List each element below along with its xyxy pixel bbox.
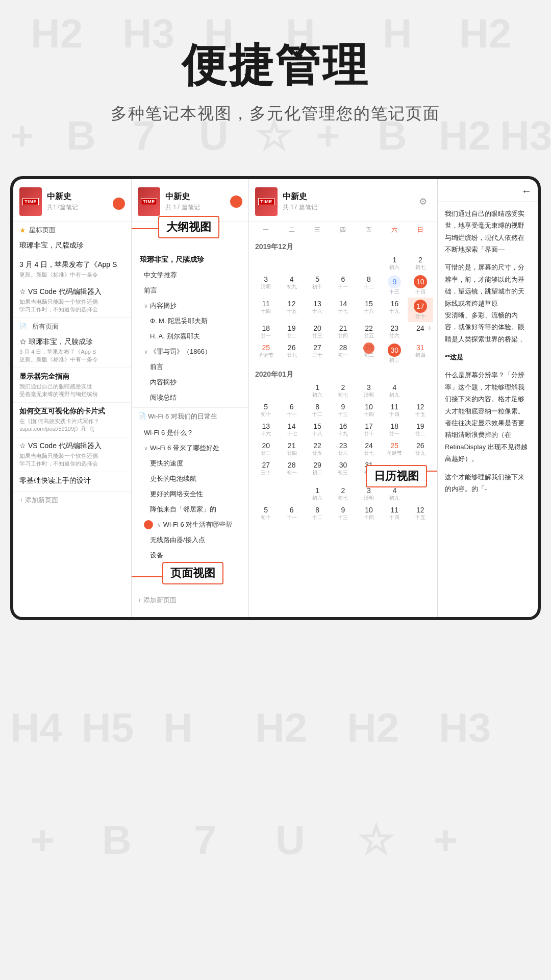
next-cell-1[interactable]: 1初六 — [305, 484, 330, 504]
cal-cell-dec26[interactable]: 26廿九 — [279, 341, 304, 366]
cal-cell-dec23[interactable]: 23廿六 — [382, 322, 407, 341]
cal-cell-dec21[interactable]: 21廿四 — [330, 322, 356, 341]
jan-cell-6[interactable]: 6十一 — [279, 401, 304, 420]
next-cell-11[interactable]: 11十四 — [382, 504, 407, 523]
jan-cell-23[interactable]: 23廿六 — [330, 439, 356, 459]
jan-cell-28[interactable]: 28初一 — [279, 459, 304, 478]
jan-cell-26[interactable]: 26廿九 — [408, 439, 433, 459]
jan-cell-25[interactable]: 25圣诞节 — [382, 439, 407, 459]
add-page-btn-outline[interactable]: + 添加新页面 — [132, 592, 248, 609]
outline-item-wifi8[interactable]: 无线路由器/接入点 — [132, 532, 248, 548]
cal-cell-dec25[interactable]: 25圣诞节 — [253, 341, 279, 366]
jan-cell-30[interactable]: 30初三 — [330, 459, 356, 478]
outline-item-0[interactable]: 琅琊非宝，尺牍成珍 — [132, 252, 248, 267]
jan-cell-21[interactable]: 21廿四 — [279, 439, 304, 459]
outline-item-1[interactable]: 中文学推荐 — [132, 267, 248, 283]
jan-cell-3[interactable]: 3清明 — [356, 381, 382, 401]
jan-cell-17[interactable]: 17廿十 — [356, 420, 382, 439]
outline-item-8[interactable]: 内容摘抄 — [132, 375, 248, 390]
next-cell-6[interactable]: 6十一 — [279, 504, 304, 523]
outline-item-2[interactable]: 前言 — [132, 283, 248, 298]
cal-cell-dec28[interactable]: 28初一 — [330, 341, 356, 366]
next-cell-12[interactable]: 12十五 — [408, 504, 433, 523]
jan-cell-1[interactable]: 1初六 — [305, 381, 330, 401]
cal-cell-dec29[interactable]: 29初二 — [356, 341, 382, 366]
jan-cell-16[interactable]: 16十九 — [330, 420, 356, 439]
list-item-2[interactable]: 3 月 4 日，苹果发布了《App S 更新。新版《标准》中有一条令 — [13, 256, 131, 283]
list-item-5[interactable]: 显示器完全指南 我们通过自己的眼睛感受实世受着毫无束缚的视野与绚烂缤纷 — [13, 368, 131, 403]
add-page-btn-list[interactable]: + 添加新页面 — [13, 492, 131, 509]
cal-cell-dec10[interactable]: 10十四 — [408, 273, 433, 298]
cal-cell-dec16[interactable]: 16十九 — [382, 298, 407, 322]
next-cell-10[interactable]: 10十四 — [356, 504, 382, 523]
list-item-1[interactable]: 琅琊非宝，尺牍成珍 — [13, 237, 131, 256]
list-item-8[interactable]: 零基础快读上手的设计 — [13, 472, 131, 492]
cal-cell-dec14[interactable]: 14十七 — [330, 298, 356, 322]
cal-cell-dec9[interactable]: 9十三 — [382, 273, 407, 298]
jan-cell-29[interactable]: 29初二 — [305, 459, 330, 478]
jan-cell-20[interactable]: 20廿三 — [253, 439, 279, 459]
outline-item-wifi2[interactable]: ∨Wi-Fi 6 带来了哪些好处 — [132, 440, 248, 456]
cal-cell-dec15[interactable]: 15十八 — [356, 298, 382, 322]
outline-item-wifi1[interactable]: Wi-Fi 6 是什么？ — [132, 425, 248, 440]
next-cell-2[interactable]: 2初七 — [330, 484, 356, 504]
cal-cell-dec24[interactable]: 24+ — [408, 322, 433, 341]
back-arrow-icon[interactable]: ← — [521, 185, 532, 197]
outline-item-wifi3[interactable]: 更快的速度 — [132, 456, 248, 471]
cal-cell-dec3[interactable]: 3清明 — [253, 273, 279, 298]
cal-cell-dec22[interactable]: 22廿五 — [356, 322, 382, 341]
jan-cell-5[interactable]: 5初十 — [253, 401, 279, 420]
outline-doc-item[interactable]: 📄Wi-Fi 6 对我们的日常生 — [132, 407, 248, 425]
cal-cell-dec2[interactable]: 2初七 — [408, 254, 433, 273]
cal-cell-dec31[interactable]: 31初四 — [408, 341, 433, 366]
list-item-4[interactable]: ☆ 琅琊非宝，尺牍成珍 3 月 4 日，苹果发布了《App S更新。新版《标准》… — [13, 333, 131, 368]
jan-cell-14[interactable]: 14十七 — [279, 420, 304, 439]
outline-item-3[interactable]: ∨内容摘抄 — [132, 298, 248, 313]
jan-cell-13[interactable]: 13十六 — [253, 420, 279, 439]
outline-item-wifi5[interactable]: 更好的网络安全性 — [132, 486, 248, 502]
cal-cell-dec13[interactable]: 13十六 — [305, 298, 330, 322]
outline-item-9[interactable]: 阅读总结 — [132, 390, 248, 405]
cal-cell-dec8[interactable]: 8十二 — [356, 273, 382, 298]
outline-item-4[interactable]: Ф. М. 陀思妥耶夫斯 — [132, 313, 248, 329]
cal-cell-dec4[interactable]: 4初九 — [279, 273, 304, 298]
cal-cell-dec18[interactable]: 18廿一 — [253, 322, 279, 341]
next-cell-8[interactable]: 8十二 — [305, 504, 330, 523]
cal-cell-dec27[interactable]: 27三十 — [305, 341, 330, 366]
jan-cell-9[interactable]: 9十三 — [330, 401, 356, 420]
cal-cell-dec19[interactable]: 19廿二 — [279, 322, 304, 341]
cal-cell-dec6[interactable]: 6十一 — [330, 273, 356, 298]
list-item-6[interactable]: 如何交互可视化你的卡片式 在《[如何高效实践卡片式写作？sspai.com/po… — [13, 403, 131, 437]
list-item-3[interactable]: ☆ VS Code 代码编辑器入 如果当电脑只能装一个软件还偶学习工作时，不知道… — [13, 283, 131, 318]
cal-cell-dec30[interactable]: 30初三 — [382, 341, 407, 366]
cal-cell-dec1[interactable]: 1初六 — [382, 254, 407, 273]
jan-cell-11[interactable]: 11十四 — [382, 401, 407, 420]
outline-item-wifi7[interactable]: ∨Wi-Fi 6 对生活有哪些帮 — [132, 517, 248, 533]
outline-item-7[interactable]: 前言 — [132, 359, 248, 375]
next-cell-5[interactable]: 5初十 — [253, 504, 279, 523]
cal-cell-dec17[interactable]: 17廿十 — [408, 298, 433, 322]
jan-cell-22[interactable]: 22廿五 — [305, 439, 330, 459]
jan-cell-15[interactable]: 15十八 — [305, 420, 330, 439]
cal-cell-dec11[interactable]: 11十四 — [253, 298, 279, 322]
outline-item-5[interactable]: Н. А. 别尔嘉耶夫 — [132, 329, 248, 344]
next-cell-9[interactable]: 9十三 — [330, 504, 356, 523]
jan-cell-27[interactable]: 27三十 — [253, 459, 279, 478]
jan-cell-2[interactable]: 2初七 — [330, 381, 356, 401]
gear-icon[interactable]: ⚙ — [419, 196, 427, 207]
list-item-7[interactable]: ☆ VS Code 代码编辑器入 如果当电脑只能装一个软件还偶学习工作时，不知道… — [13, 437, 131, 472]
jan-cell-4[interactable]: 4初九 — [382, 381, 407, 401]
jan-cell-24[interactable]: 24廿七 — [356, 439, 382, 459]
cal-cell-dec5[interactable]: 5初十 — [305, 273, 330, 298]
outline-item-wifi9[interactable]: 设备 — [132, 548, 248, 563]
jan-cell-8[interactable]: 8十二 — [305, 401, 330, 420]
jan-cell-12[interactable]: 12十五 — [408, 401, 433, 420]
jan-cell-18[interactable]: 18廿一 — [382, 420, 407, 439]
jan-cell-10[interactable]: 10十四 — [356, 401, 382, 420]
cal-cell-dec20[interactable]: 20廿三 — [305, 322, 330, 341]
outline-item-6[interactable]: ∨《罪与罚》（1866） — [132, 344, 248, 359]
cal-cell-dec12[interactable]: 12十五 — [279, 298, 304, 322]
outline-item-wifi6[interactable]: 降低来自「邻居家」的 — [132, 502, 248, 517]
outline-item-wifi4[interactable]: 更长的电池续航 — [132, 471, 248, 486]
jan-cell-19[interactable]: 19廿二 — [408, 420, 433, 439]
